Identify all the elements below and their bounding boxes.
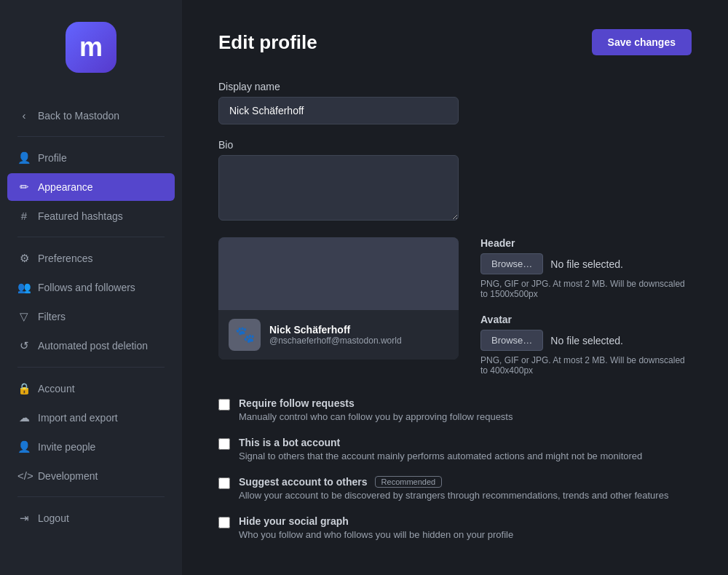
sidebar: m ‹ Back to Mastodon 👤 Profile ✏ Appeara… [0, 0, 182, 575]
filter-icon: ▽ [17, 310, 31, 323]
checkbox-hide-social-graph: Hide your social graph Who you follow an… [218, 515, 692, 540]
recommended-badge: Recommended [375, 476, 443, 488]
header-upload-row: Browse… No file selected. [480, 253, 692, 274]
sidebar-item-preferences[interactable]: ⚙ Preferences [7, 245, 175, 272]
sidebar-item-appearance-label: Appearance [38, 181, 93, 193]
sidebar-divider-2 [17, 237, 165, 237]
sidebar-item-auto-delete[interactable]: ↺ Automated post deletion [7, 332, 175, 360]
profile-header-background [218, 237, 459, 310]
sidebar-item-featured-hashtags-label: Featured hashtags [38, 210, 123, 222]
cloud-icon: ☁ [17, 411, 31, 424]
require-follow-requests-title: Require follow requests [239, 397, 513, 409]
sidebar-divider-1 [17, 136, 165, 137]
header-upload-label: Header [480, 237, 692, 249]
sidebar-item-follows-label: Follows and followers [38, 282, 135, 293]
avatar-file-name: No file selected. [550, 335, 623, 346]
sidebar-item-account-label: Account [38, 383, 75, 394]
sidebar-nav: ‹ Back to Mastodon 👤 Profile ✏ Appearanc… [0, 102, 182, 532]
sidebar-item-appearance[interactable]: ✏ Appearance [7, 173, 175, 201]
sidebar-item-filters-label: Filters [38, 311, 66, 322]
bio-label: Bio [218, 139, 692, 151]
lock-icon: 🔒 [17, 382, 31, 395]
hide-social-graph-checkbox[interactable] [218, 517, 230, 528]
page-header: Edit profile Save changes [218, 29, 692, 55]
avatar-placeholder-icon: 🐾 [235, 325, 255, 344]
avatar: 🐾 [229, 319, 261, 351]
hide-social-graph-desc: Who you follow and who follows you will … [239, 529, 513, 540]
sidebar-item-filters[interactable]: ▽ Filters [7, 303, 175, 330]
logo-area: m [0, 15, 182, 80]
header-browse-button[interactable]: Browse… [480, 253, 543, 274]
sidebar-item-invite[interactable]: 👤 Invite people [7, 433, 175, 461]
require-follow-requests-content: Require follow requests Manually control… [239, 397, 513, 422]
profile-info-row: 🐾 Nick Schäferhoff @nschaeferhoff@mastod… [218, 310, 459, 360]
profile-section: 🐾 Nick Schäferhoff @nschaeferhoff@mastod… [218, 237, 692, 376]
sidebar-item-development-label: Development [38, 470, 98, 482]
profile-display-name: Nick Schäferhoff [269, 324, 402, 336]
sidebar-item-back-label: Back to Mastodon [38, 110, 119, 122]
display-name-input[interactable] [218, 97, 459, 124]
sidebar-item-invite-label: Invite people [38, 441, 95, 453]
sidebar-item-follows[interactable]: 👥 Follows and followers [7, 274, 175, 301]
upload-section: Header Browse… No file selected. PNG, GI… [480, 237, 692, 376]
chevron-left-icon: ‹ [17, 109, 31, 122]
profile-preview-card: 🐾 Nick Schäferhoff @nschaeferhoff@mastod… [218, 237, 459, 360]
bot-account-content: This is a bot account Signal to others t… [239, 437, 642, 461]
sidebar-divider-3 [17, 367, 165, 368]
hashtag-icon: # [17, 210, 31, 222]
suggest-account-checkbox[interactable] [218, 477, 230, 489]
logout-icon: ⇥ [17, 512, 31, 525]
gear-icon: ⚙ [17, 252, 31, 265]
checkbox-require-follow-requests: Require follow requests Manually control… [218, 397, 692, 422]
checkbox-suggest-account: Suggest account to others Recommended Al… [218, 476, 692, 501]
profile-handle: @nschaeferhoff@mastodon.world [269, 336, 402, 346]
people-icon: 👥 [17, 281, 31, 294]
require-follow-requests-checkbox[interactable] [218, 399, 230, 411]
sidebar-item-auto-delete-label: Automated post deletion [38, 340, 148, 352]
require-follow-requests-desc: Manually control who can follow you by a… [239, 411, 513, 422]
bot-account-checkbox[interactable] [218, 438, 230, 450]
avatar-browse-button[interactable]: Browse… [480, 330, 543, 351]
bot-account-desc: Signal to others that the account mainly… [239, 451, 642, 461]
page-title: Edit profile [218, 31, 317, 54]
sidebar-item-import-export-label: Import and export [38, 412, 118, 424]
sidebar-item-profile-label: Profile [38, 152, 67, 164]
suggest-account-content: Suggest account to others Recommended Al… [239, 476, 668, 501]
sidebar-item-import-export[interactable]: ☁ Import and export [7, 404, 175, 432]
mastodon-logo: m [66, 22, 116, 73]
sidebar-item-profile[interactable]: 👤 Profile [7, 144, 175, 172]
header-file-name: No file selected. [550, 258, 623, 270]
invite-icon: 👤 [17, 440, 31, 453]
sidebar-item-back[interactable]: ‹ Back to Mastodon [7, 102, 175, 129]
sidebar-item-preferences-label: Preferences [38, 253, 92, 264]
sidebar-item-development[interactable]: </> Development [7, 462, 175, 489]
display-name-label: Display name [218, 81, 692, 92]
bio-textarea[interactable] [218, 155, 459, 221]
header-upload-group: Header Browse… No file selected. PNG, GI… [480, 237, 692, 299]
display-name-group: Display name [218, 81, 692, 124]
sidebar-divider-4 [17, 496, 165, 497]
profile-icon: 👤 [17, 151, 31, 164]
bio-group: Bio [218, 139, 692, 223]
avatar-upload-group: Avatar Browse… No file selected. PNG, GI… [480, 314, 692, 376]
hide-social-graph-title: Hide your social graph [239, 515, 513, 527]
sidebar-item-featured-hashtags[interactable]: # Featured hashtags [7, 202, 175, 229]
code-icon: </> [17, 469, 31, 482]
suggest-account-title: Suggest account to others Recommended [239, 476, 668, 488]
main-content: Edit profile Save changes Display name B… [182, 0, 728, 575]
sidebar-item-logout-label: Logout [38, 512, 69, 524]
sidebar-item-account[interactable]: 🔒 Account [7, 375, 175, 402]
avatar-upload-label: Avatar [480, 314, 692, 325]
suggest-account-desc: Allow your account to be discovered by s… [239, 490, 668, 501]
bot-account-title: This is a bot account [239, 437, 642, 448]
checkbox-group: Require follow requests Manually control… [218, 397, 692, 540]
checkbox-bot-account: This is a bot account Signal to others t… [218, 437, 692, 461]
header-file-hint: PNG, GIF or JPG. At most 2 MB. Will be d… [480, 279, 692, 299]
save-changes-button[interactable]: Save changes [592, 29, 692, 55]
avatar-upload-row: Browse… No file selected. [480, 330, 692, 351]
sidebar-item-logout[interactable]: ⇥ Logout [7, 504, 175, 532]
hide-social-graph-content: Hide your social graph Who you follow an… [239, 515, 513, 540]
pencil-icon: ✏ [17, 181, 31, 194]
profile-text: Nick Schäferhoff @nschaeferhoff@mastodon… [269, 324, 402, 346]
auto-delete-icon: ↺ [17, 339, 31, 352]
